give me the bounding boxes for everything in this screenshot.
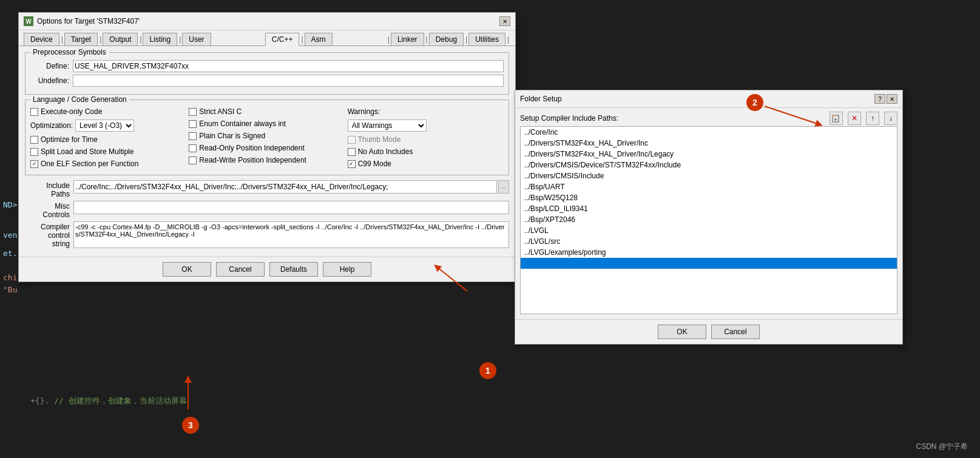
cb-enum-container-box[interactable] [189, 120, 197, 128]
cb-execute-only-box[interactable] [30, 108, 38, 116]
cb-one-elf-box[interactable] [30, 160, 38, 168]
options-tabs: Device | Target | Output | Listing | Use… [19, 30, 515, 46]
tab-utilities[interactable]: Utilities [468, 33, 505, 45]
cb-plain-char[interactable]: Plain Char is Signed [189, 132, 345, 140]
folder-down-btn[interactable]: ↓ [884, 112, 897, 125]
folder-path-item[interactable]: ../Drivers/CMSIS/Include [521, 170, 897, 181]
folder-help-btn[interactable]: ? [874, 94, 885, 104]
options-content: Preprocessor Symbols Define: Undefine: L… [19, 46, 515, 257]
options-help-btn[interactable]: Help [323, 262, 371, 277]
cb-ro-pos-indep[interactable]: Read-Only Position Independent [189, 144, 345, 152]
cb-thumb-mode-box[interactable] [348, 136, 356, 144]
folder-path-item[interactable]: ../LVGL/examples/porting [521, 247, 897, 258]
cb-one-elf[interactable]: One ELF Section per Function [30, 160, 186, 168]
language-content: Execute-only Code Optimization: Level 3 … [30, 105, 504, 170]
include-paths-row: Include Paths … [25, 180, 509, 198]
cb-plain-char-label: Plain Char is Signed [199, 132, 265, 140]
folder-path-item[interactable]: ../Bsp/W25Q128 [521, 192, 897, 203]
include-paths-input[interactable] [73, 180, 497, 194]
cb-split-load-box[interactable] [30, 148, 38, 156]
lang-col1: Execute-only Code Optimization: Level 3 … [30, 107, 186, 170]
cb-split-load[interactable]: Split Load and Store Multiple [30, 147, 186, 156]
tab-asm[interactable]: Asm [305, 33, 333, 45]
misc-label: Misc Controls [25, 201, 73, 219]
cb-rw-pos-indep[interactable]: Read-Write Position Independent [189, 156, 345, 164]
tab-linker[interactable]: Linker [391, 33, 424, 45]
options-defaults-btn[interactable]: Defaults [269, 262, 318, 277]
undefine-row: Undefine: [30, 75, 504, 87]
cb-strict-ansi-label: Strict ANSI C [199, 107, 242, 116]
cb-c99-mode-box[interactable] [348, 160, 356, 168]
options-cancel-btn[interactable]: Cancel [216, 262, 265, 277]
tab-listing[interactable]: Listing [143, 33, 177, 45]
cb-optimize-time-label: Optimize for Time [41, 135, 98, 144]
options-close-btn[interactable]: ✕ [499, 16, 510, 26]
cb-execute-only[interactable]: Execute-only Code [30, 107, 186, 116]
cb-no-auto-inc-box[interactable] [348, 148, 356, 156]
folder-path-item[interactable]: ../Drivers/STM32F4xx_HAL_Driver/Inc/Lega… [521, 149, 897, 160]
folder-setup-label: Setup Compiler Include Paths: [520, 114, 825, 123]
folder-path-item[interactable]: ../LVGL [521, 225, 897, 236]
tab-output[interactable]: Output [103, 33, 138, 45]
compiler-string: -c99 -c -cpu Cortex-M4.fp -D__MICROLIB -… [73, 221, 509, 248]
code-label-bu: "Bu [3, 285, 17, 294]
folder-path-item[interactable]: ../Bsp/UART [521, 181, 897, 192]
cb-no-auto-inc[interactable]: No Auto Includes [348, 147, 504, 156]
cb-strict-ansi-box[interactable] [189, 108, 197, 116]
tab-device[interactable]: Device [24, 33, 59, 45]
language-group-label: Language / Code Generation [30, 95, 129, 104]
cb-rw-pos-indep-box[interactable] [189, 157, 197, 164]
lang-col3: Warnings: All Warnings Thumb Mode [348, 107, 504, 170]
folder-up-btn[interactable]: ↑ [866, 112, 879, 125]
cb-one-elf-label: One ELF Section per Function [41, 160, 138, 168]
bottom-code: +{}. // 创建控件，创建象，当前活动屏幕 [30, 396, 187, 406]
misc-input[interactable] [73, 201, 509, 214]
folder-title: Folder Setup [520, 95, 562, 103]
tab-target[interactable]: Target [64, 33, 98, 45]
cb-ro-pos-indep-label: Read-Only Position Independent [199, 144, 304, 152]
warnings-select[interactable]: All Warnings [348, 120, 427, 132]
undefine-input[interactable] [73, 75, 504, 87]
compiler-label: Compiler control string [25, 221, 73, 248]
folder-path-item[interactable]: ../Core/Inc [521, 127, 897, 138]
cb-plain-char-box[interactable] [189, 132, 197, 140]
include-paths-browse[interactable]: … [498, 180, 509, 194]
cb-strict-ansi[interactable]: Strict ANSI C [189, 107, 345, 116]
cb-optimize-time-box[interactable] [30, 136, 38, 144]
folder-path-item[interactable]: ../Bsp/XPT2046 [521, 214, 897, 225]
folder-path-item[interactable]: ../LVGL/src [521, 236, 897, 247]
cb-enum-container[interactable]: Enum Container always int [189, 120, 345, 128]
opt-label: Optimization: [30, 121, 73, 130]
paths-section: Include Paths … Misc Controls Compiler c… [25, 180, 509, 248]
compiler-row: Compiler control string -c99 -c -cpu Cor… [25, 221, 509, 248]
language-group: Language / Code Generation Execute-only … [25, 99, 509, 175]
folder-path-item[interactable]: ../Drivers/STM32F4xx_HAL_Driver/Inc [521, 138, 897, 149]
undefine-label: Undefine: [30, 76, 73, 85]
cb-thumb-mode[interactable]: Thumb Mode [348, 135, 504, 144]
options-ok-btn[interactable]: OK [163, 262, 211, 277]
opt-select[interactable]: Level 3 (-O3) [75, 120, 134, 132]
folder-ok-btn[interactable]: OK [658, 325, 706, 339]
options-title-text: Options for Target 'STM32F407' [37, 17, 140, 25]
cb-ro-pos-indep-box[interactable] [189, 144, 197, 152]
tab-debug[interactable]: Debug [429, 33, 464, 45]
folder-path-item[interactable]: ../Drivers/CMSIS/Device/ST/STM32F4xx/Inc… [521, 160, 897, 170]
warnings-select-row: All Warnings [348, 120, 504, 132]
language-grid: Execute-only Code Optimization: Level 3 … [30, 107, 504, 170]
folder-path-selected-item[interactable] [521, 258, 897, 269]
tab-user[interactable]: User [182, 33, 211, 45]
folder-new-btn[interactable] [830, 112, 843, 125]
folder-path-list[interactable]: ../Core/Inc ../Drivers/STM32F4xx_HAL_Dri… [520, 126, 897, 314]
define-input[interactable] [73, 60, 504, 72]
opt-row: Optimization: Level 3 (-O3) [30, 120, 186, 132]
folder-close-btn[interactable]: ✕ [887, 94, 897, 104]
cb-c99-mode[interactable]: C99 Mode [348, 160, 504, 168]
folder-window-controls: ? ✕ [874, 94, 897, 104]
folder-cancel-btn[interactable]: Cancel [711, 325, 760, 339]
folder-path-item[interactable]: ../Bsp/LCD_ILI9341 [521, 203, 897, 214]
folder-delete-btn[interactable]: ✕ [848, 112, 861, 125]
tab-cpp[interactable]: C/C++ [265, 33, 300, 46]
folder-dialog: Folder Setup ? ✕ Setup Compiler Include … [515, 90, 903, 345]
cb-optimize-time[interactable]: Optimize for Time [30, 135, 186, 144]
options-bottom-buttons: OK Cancel Defaults Help [19, 257, 515, 281]
